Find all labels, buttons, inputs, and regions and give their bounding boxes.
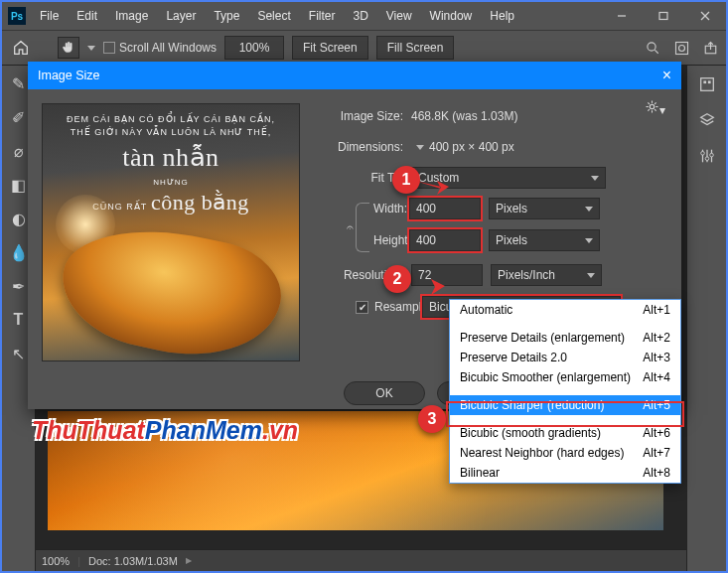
menu-view[interactable]: View xyxy=(378,5,420,27)
dimensions-label: Dimensions: xyxy=(312,140,411,154)
scroll-all-checkbox[interactable]: Scroll All Windows xyxy=(103,41,217,55)
dd-bicubic-sharper[interactable]: Bicubic Sharper (reduction)Alt+5 xyxy=(450,395,680,415)
resample-dropdown[interactable]: AutomaticAlt+1 Preserve Details (enlarge… xyxy=(449,299,681,484)
layers-icon[interactable] xyxy=(698,111,716,129)
preview-script2: công bằng xyxy=(151,190,249,215)
annotation-badge-2: 2 xyxy=(383,265,411,293)
brush-tool[interactable]: ✐ xyxy=(7,105,31,129)
right-panels xyxy=(686,66,726,571)
gradient-tool[interactable]: ◐ xyxy=(7,207,31,230)
preview-script1: tàn nhẫn xyxy=(42,140,300,176)
svg-rect-9 xyxy=(700,78,713,91)
size-label: Image Size: xyxy=(312,109,411,123)
annotation-arrow-1 xyxy=(415,169,455,197)
maximize-button[interactable] xyxy=(643,2,684,30)
search-icon[interactable] xyxy=(646,41,660,56)
svg-point-4 xyxy=(648,42,655,50)
svg-point-16 xyxy=(705,157,709,161)
eyedropper-tool[interactable]: ✎ xyxy=(7,72,31,95)
menu-image[interactable]: Image xyxy=(107,5,156,27)
menubar: Ps File Edit Image Layer Type Select Fil… xyxy=(2,2,726,30)
pen-tool[interactable]: ✒ xyxy=(7,274,31,298)
share-icon[interactable] xyxy=(703,41,718,56)
libraries-icon[interactable] xyxy=(698,75,716,93)
close-button[interactable] xyxy=(684,2,726,30)
dd-automatic[interactable]: AutomaticAlt+1 xyxy=(450,300,680,320)
window-controls xyxy=(601,2,726,30)
dd-bilinear[interactable]: BilinearAlt+8 xyxy=(450,463,680,483)
dd-preserve-details-2[interactable]: Preserve Details 2.0Alt+3 xyxy=(450,348,680,367)
quick-mask-icon[interactable] xyxy=(674,41,689,56)
dimensions-link-icon[interactable] xyxy=(411,145,429,150)
scroll-all-label: Scroll All Windows xyxy=(119,41,217,55)
menu-filter[interactable]: Filter xyxy=(301,5,344,27)
dd-preserve-details[interactable]: Preserve Details (enlargement)Alt+2 xyxy=(450,328,680,348)
type-tool[interactable]: T xyxy=(7,308,31,332)
fit-screen-button[interactable]: Fit Screen xyxy=(292,36,368,60)
menu-window[interactable]: Window xyxy=(422,5,481,27)
svg-point-17 xyxy=(709,153,713,157)
tool-dropdown-icon[interactable] xyxy=(87,46,95,51)
preview-mid: NHƯNG xyxy=(42,177,300,188)
watermark: ThuThuatPhanMem.vn xyxy=(32,416,298,445)
constrain-link-icon[interactable]: 𝄐 xyxy=(347,220,354,234)
width-label: Width: xyxy=(373,202,409,215)
height-input[interactable] xyxy=(409,229,481,251)
clone-tool[interactable]: ⌀ xyxy=(7,139,31,163)
menu-file[interactable]: File xyxy=(32,5,67,27)
svg-rect-6 xyxy=(676,42,688,54)
svg-rect-10 xyxy=(703,80,706,83)
preview-pane: ĐEM CÁI BẠN CÓ ĐỔI LẤY CÁI BẠN CẦN, THẾ … xyxy=(28,89,306,409)
svg-rect-11 xyxy=(707,80,710,83)
preview-image[interactable]: ĐEM CÁI BẠN CÓ ĐỔI LẤY CÁI BẠN CẦN, THẾ … xyxy=(42,103,300,361)
gear-icon[interactable]: ▾ xyxy=(645,99,665,117)
height-label: Height: xyxy=(373,233,409,247)
wm-part-a: ThuThuat xyxy=(32,416,145,444)
menu-3d[interactable]: 3D xyxy=(345,5,375,27)
annotation-badge-3: 3 xyxy=(418,405,446,433)
svg-point-7 xyxy=(679,45,685,51)
dialog-titlebar[interactable]: Image Size × xyxy=(28,62,681,89)
svg-rect-1 xyxy=(659,13,667,20)
status-zoom: 100% xyxy=(42,555,70,567)
resolution-unit-select[interactable]: Pixels/Inch xyxy=(491,264,602,286)
fill-screen-button[interactable]: Fill Screen xyxy=(376,36,455,60)
zoom-value[interactable]: 100% xyxy=(224,36,284,60)
dialog-close-icon[interactable]: × xyxy=(662,67,671,84)
width-unit-select[interactable]: Pixels xyxy=(489,198,600,219)
app-window: Ps File Edit Image Layer Type Select Fil… xyxy=(0,0,728,573)
menu-help[interactable]: Help xyxy=(482,5,522,27)
ok-button[interactable]: OK xyxy=(344,381,425,405)
resample-checkbox[interactable]: ✔ xyxy=(356,301,368,314)
svg-line-5 xyxy=(655,50,657,53)
status-doc: Doc: 1.03M/1.03M xyxy=(88,555,178,567)
menu-edit[interactable]: Edit xyxy=(69,5,105,27)
dimensions-value: 400 px × 400 px xyxy=(429,140,514,154)
dd-bicubic[interactable]: Bicubic (smooth gradients)Alt+6 xyxy=(450,423,680,443)
annotation-badge-1: 1 xyxy=(392,166,420,194)
app-logo: Ps xyxy=(8,7,26,25)
blur-tool[interactable]: 💧 xyxy=(7,240,31,264)
adjustments-icon[interactable] xyxy=(698,147,716,165)
minimize-button[interactable] xyxy=(601,2,643,30)
size-value: 468.8K (was 1.03M) xyxy=(411,109,517,123)
menu-type[interactable]: Type xyxy=(206,5,247,27)
hand-tool-icon[interactable] xyxy=(58,37,79,59)
height-unit-select[interactable]: Pixels xyxy=(489,229,600,251)
preview-line1: ĐEM CÁI BẠN CÓ ĐỔI LẤY CÁI BẠN CẦN, xyxy=(42,113,300,126)
path-tool[interactable]: ↖ xyxy=(7,342,31,365)
home-icon[interactable] xyxy=(10,37,32,59)
dd-nearest[interactable]: Nearest Neighbor (hard edges)Alt+7 xyxy=(450,443,680,463)
width-input[interactable] xyxy=(409,198,481,219)
options-bar: Scroll All Windows 100% Fit Screen Fill … xyxy=(2,30,726,66)
preview-line2: THẾ GIỚI NÀY VẪN LUÔN LÀ NHƯ THẾ, xyxy=(42,126,300,139)
menu-layer[interactable]: Layer xyxy=(158,5,204,27)
annotation-arrow-2 xyxy=(407,269,451,297)
dd-bicubic-smoother[interactable]: Bicubic Smoother (enlargement)Alt+4 xyxy=(450,367,680,387)
svg-point-18 xyxy=(650,104,655,109)
dialog-title: Image Size xyxy=(38,69,100,82)
wm-part-b: PhanMem xyxy=(145,416,262,444)
eraser-tool[interactable]: ◧ xyxy=(7,173,31,197)
status-bar: 100% | Doc: 1.03M/1.03M ▶ xyxy=(36,549,686,571)
menu-select[interactable]: Select xyxy=(249,5,298,27)
